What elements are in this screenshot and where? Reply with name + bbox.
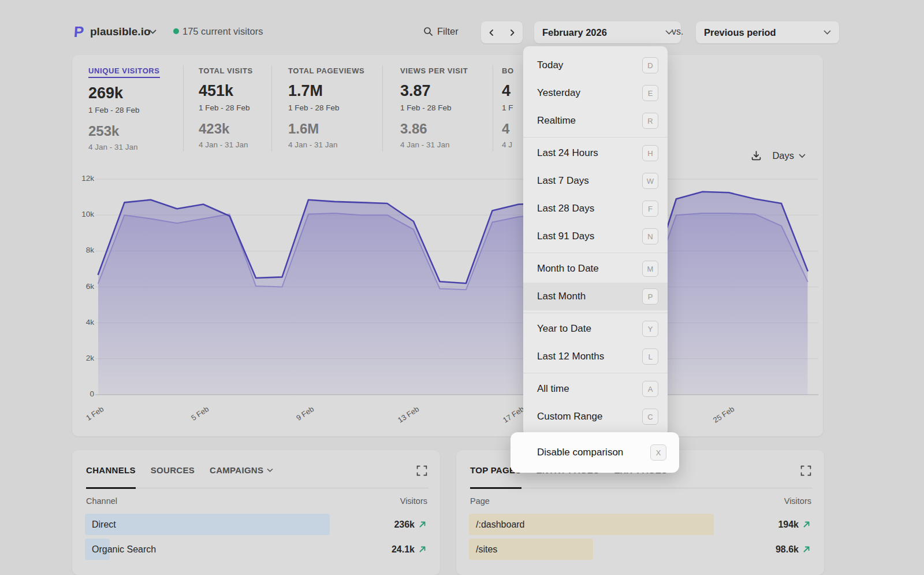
active-tab-underline <box>470 487 521 489</box>
date-range-selector[interactable]: February 2026 <box>534 21 681 43</box>
comparison-selector[interactable]: Previous period <box>696 21 839 43</box>
tab-sources[interactable]: SOURCES <box>151 465 195 475</box>
menu-item-last-month[interactable]: Last MonthP <box>523 283 668 310</box>
stat-3[interactable]: TOTAL PAGEVIEWS1.7M1 Feb - 28 Feb1.6M4 J… <box>271 65 382 151</box>
menu-item-yesterday[interactable]: YesterdayE <box>523 79 668 107</box>
active-tab-underline <box>86 487 136 489</box>
table-row[interactable]: Direct236k <box>85 512 427 537</box>
chevron-down-icon <box>267 468 273 473</box>
stat-prev-value: 253k <box>88 123 183 139</box>
stat-4[interactable]: VIEWS PER VISIT3.871 Feb - 28 Feb3.864 J… <box>382 65 493 151</box>
stat-label: TOTAL VISITS <box>199 66 253 75</box>
expand-icon[interactable] <box>416 465 427 476</box>
y-axis-tick: 6k <box>74 282 94 291</box>
menu-divider <box>523 373 668 373</box>
menu-item-last-24-hours[interactable]: Last 24 HoursH <box>523 139 668 167</box>
interval-chevron-down-icon <box>799 154 806 158</box>
site-chevron-down-icon[interactable] <box>149 29 157 35</box>
menu-divider <box>523 253 668 253</box>
row-value-wrap: 24.1k <box>392 537 426 562</box>
row-name: /:dashboard <box>476 512 525 537</box>
table-row[interactable]: /:dashboard194k <box>469 512 811 537</box>
column-header-visitors: Visitors <box>784 496 811 506</box>
shortcut-key-badge: R <box>642 113 658 129</box>
live-visitors-dot <box>173 28 179 34</box>
menu-item-label: Last 12 Months <box>537 351 642 362</box>
menu-section-4: Year to DateYLast 12 MonthsL <box>523 315 668 370</box>
menu-item-last-12-months[interactable]: Last 12 MonthsL <box>523 343 668 370</box>
y-axis-tick: 8k <box>74 246 94 254</box>
y-axis-tick: 0 <box>74 389 94 398</box>
interval-selector[interactable]: Days <box>772 150 806 161</box>
shortcut-key-badge: C <box>642 409 658 425</box>
comparison-chevron-down-icon <box>824 30 831 35</box>
menu-section-1: TodayDYesterdayERealtimeR <box>523 51 668 135</box>
menu-item-last-91-days[interactable]: Last 91 DaysN <box>523 222 668 250</box>
download-icon[interactable] <box>751 150 762 161</box>
row-value: 194k <box>778 520 799 530</box>
menu-item-label: Last 24 Hours <box>537 147 642 159</box>
date-range-menu: TodayDYesterdayERealtimeRLast 24 HoursHL… <box>523 46 668 436</box>
menu-item-realtime[interactable]: RealtimeR <box>523 107 668 135</box>
visitors-chart[interactable]: 02k4k6k8k10k12k1 Feb5 Feb9 Feb13 Feb17 F… <box>72 168 823 436</box>
stat-period: 1 Feb - 28 Feb <box>288 103 382 112</box>
row-value-wrap: 236k <box>394 512 426 537</box>
stat-value: 269k <box>88 84 183 102</box>
menu-item-custom-range[interactable]: Custom RangeC <box>523 403 668 431</box>
site-name[interactable]: plausible.io <box>90 25 151 38</box>
next-period-arrow-icon[interactable] <box>509 29 516 36</box>
period-paddles <box>481 21 523 43</box>
stat-prev-value: 423k <box>199 121 271 137</box>
shortcut-key-badge: X <box>650 444 666 461</box>
stat-prev-value: 1.6M <box>288 121 382 137</box>
stat-2[interactable]: TOTAL VISITS451k1 Feb - 28 Feb423k4 Jan … <box>183 65 271 151</box>
menu-item-label: Year to Date <box>537 323 642 335</box>
breakdown-tabs: CHANNELSSOURCESCAMPAIGNS <box>86 465 273 475</box>
menu-divider <box>523 313 668 313</box>
chart-canvas[interactable] <box>72 168 823 399</box>
menu-item-all-time[interactable]: All timeA <box>523 375 668 403</box>
menu-item-month-to-date[interactable]: Month to DateM <box>523 255 668 283</box>
trend-up-arrow-icon <box>419 546 426 553</box>
stat-1[interactable]: UNIQUE VISITORS269k1 Feb - 28 Feb253k4 J… <box>72 65 183 151</box>
menu-divider <box>523 137 668 138</box>
menu-item-label: Today <box>537 60 642 71</box>
tab-channels[interactable]: CHANNELS <box>86 465 136 475</box>
table-row[interactable]: Organic Search24.1k <box>85 537 427 562</box>
menu-item-last-28-days[interactable]: Last 28 DaysF <box>523 195 668 222</box>
analytics-card: UNIQUE VISITORS269k1 Feb - 28 Feb253k4 J… <box>72 55 823 436</box>
y-axis-tick: 12k <box>74 174 94 183</box>
stat-value: 451k <box>199 82 271 100</box>
trend-up-arrow-icon <box>803 521 810 528</box>
date-range-label: February 2026 <box>542 27 607 38</box>
channels-card: CHANNELSSOURCESCAMPAIGNSChannelVisitorsD… <box>72 450 440 575</box>
menu-item-label: Yesterday <box>537 87 642 99</box>
vs-label: vs. <box>672 27 683 37</box>
x-axis-tick: 13 Feb <box>390 405 420 428</box>
tab-campaigns[interactable]: CAMPAIGNS <box>210 465 273 475</box>
disable-comparison-item[interactable]: Disable comparison X <box>511 432 679 473</box>
shortcut-key-badge: L <box>642 348 658 365</box>
expand-icon[interactable] <box>800 465 811 476</box>
menu-item-today[interactable]: TodayD <box>523 51 668 79</box>
menu-item-last-7-days[interactable]: Last 7 DaysW <box>523 167 668 195</box>
column-headers: PageVisitors <box>470 496 811 506</box>
menu-section-2: Last 24 HoursHLast 7 DaysWLast 28 DaysFL… <box>523 139 668 250</box>
shortcut-key-badge: E <box>642 85 658 101</box>
current-visitors[interactable]: 175 current visitors <box>182 26 263 37</box>
menu-item-label: Custom Range <box>537 411 642 422</box>
table-row[interactable]: /sites98.6k <box>469 537 811 562</box>
shortcut-key-badge: P <box>642 288 658 305</box>
filter-label: Filter <box>437 26 459 37</box>
menu-item-label: Last 28 Days <box>537 203 642 214</box>
stat-period: 1 Feb - 28 Feb <box>199 103 271 112</box>
menu-item-label: Last 91 Days <box>537 231 642 242</box>
tab-label: SOURCES <box>151 465 195 475</box>
breakdown-rows: /:dashboard194k/sites98.6k <box>469 512 811 562</box>
prev-period-arrow-icon[interactable] <box>488 29 495 36</box>
filter-button[interactable]: Filter <box>423 26 459 37</box>
y-axis-tick: 4k <box>74 318 94 327</box>
menu-item-year-to-date[interactable]: Year to DateY <box>523 315 668 343</box>
x-axis-tick: 25 Feb <box>706 405 736 428</box>
trend-up-arrow-icon <box>803 546 810 553</box>
